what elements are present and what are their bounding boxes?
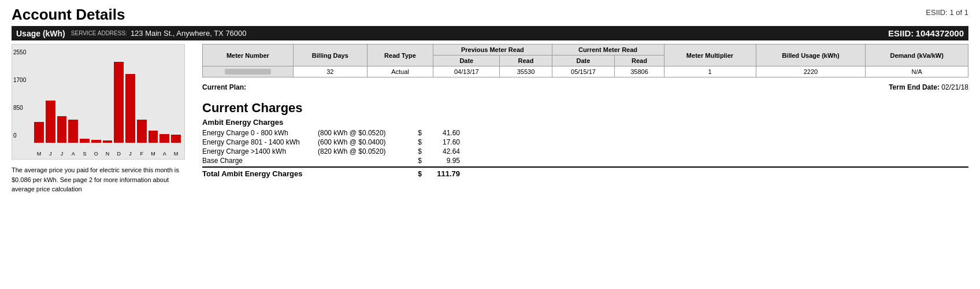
- chart-bar: [91, 140, 101, 143]
- col-demand: Demand (kVa/kW): [866, 45, 968, 66]
- left-panel: 2550 1700 850 0 MJJASONDJFMAM The averag…: [12, 44, 191, 194]
- chart-bar: [149, 131, 158, 143]
- charge-dollar: $: [410, 157, 422, 165]
- charge-dollar: $: [410, 147, 422, 155]
- cell-billing-days: 32: [293, 66, 367, 77]
- chart-bar: [46, 101, 55, 143]
- y-label-1: 2550: [13, 49, 26, 55]
- col-prev-read: Read: [500, 55, 552, 66]
- chart-x-label: O: [91, 151, 101, 157]
- cell-demand: N/A: [866, 66, 968, 77]
- chart-x-label: A: [68, 151, 78, 157]
- col-curr-meter-read: Current Meter Read: [552, 45, 664, 55]
- chart-x-label: J: [57, 151, 67, 157]
- col-curr-date: Date: [552, 55, 615, 66]
- chart-x-label: M: [149, 151, 158, 157]
- service-address-label: SERVICE ADDRESS:: [71, 30, 127, 36]
- cell-meter-number: [203, 66, 294, 77]
- chart-bars: [34, 50, 181, 143]
- total-row: Total Ambit Energy Charges $ 111.79: [202, 166, 968, 178]
- term-end-label: Term End Date:: [889, 83, 940, 91]
- current-charges-section: Current Charges Ambit Energy Charges Ene…: [202, 101, 968, 178]
- cell-curr-date: 05/15/17: [552, 66, 615, 77]
- col-prev-meter-read: Previous Meter Read: [433, 45, 552, 55]
- chart-bar: [137, 120, 147, 143]
- service-address: 123 Main St., Anywhere, TX 76000: [131, 29, 247, 38]
- charge-dollar: $: [410, 138, 422, 146]
- meter-table: Meter Number Billing Days Read Type Prev…: [202, 44, 968, 77]
- plan-row: Current Plan: Term End Date: 02/21/18: [202, 83, 968, 91]
- total-amount: 111.79: [425, 169, 460, 178]
- chart-bar: [103, 140, 113, 143]
- charge-desc: Energy Charge 0 - 800 kWh: [202, 129, 318, 137]
- chart-x-label: S: [80, 151, 90, 157]
- charge-amount: 9.95: [425, 157, 460, 165]
- col-billing-days: Billing Days: [293, 45, 367, 66]
- chart-bar: [114, 62, 124, 143]
- chart-x-label: M: [171, 151, 181, 157]
- charge-row: Energy Charge 0 - 800 kWh (800 kWh @ $0.…: [202, 129, 968, 137]
- usage-chart: 2550 1700 850 0 MJJASONDJFMAM: [12, 44, 185, 160]
- chart-y-axis: 2550 1700 850 0: [13, 49, 26, 139]
- y-label-2: 1700: [13, 77, 26, 83]
- charge-row: Energy Charge 801 - 1400 kWh (600 kWh @ …: [202, 138, 968, 146]
- esiid-bar-label: ESIID:: [888, 28, 914, 38]
- chart-x-label: N: [103, 151, 113, 157]
- chart-bar: [159, 134, 169, 143]
- y-label-4: 0: [13, 132, 26, 139]
- esiid-top: ESIID: 1 of 1: [926, 6, 968, 17]
- cell-billed-usage: 2220: [756, 66, 866, 77]
- current-plan: Current Plan:: [202, 83, 246, 91]
- charge-qty: (600 kWh @ $0.0400): [318, 138, 410, 146]
- esiid-bar-value: 1044372000: [916, 28, 964, 38]
- charge-qty: (800 kWh @ $0.0520): [318, 129, 410, 137]
- cell-prev-date: 04/13/17: [433, 66, 500, 77]
- charge-amount: 42.64: [425, 147, 460, 155]
- col-billed-usage: Billed Usage (kWh): [756, 45, 866, 66]
- col-prev-date: Date: [433, 55, 500, 66]
- service-bar: Usage (kWh) SERVICE ADDRESS: 123 Main St…: [12, 26, 968, 40]
- col-meter-multiplier: Meter Multiplier: [664, 45, 756, 66]
- cell-curr-read: 35806: [615, 66, 664, 77]
- charge-qty: (820 kWh @ $0.0520): [318, 147, 410, 155]
- charges-list: Energy Charge 0 - 800 kWh (800 kWh @ $0.…: [202, 129, 968, 165]
- charge-dollar: $: [410, 129, 422, 137]
- charge-amount: 17.60: [425, 138, 460, 146]
- chart-bar: [125, 74, 135, 143]
- col-curr-read: Read: [615, 55, 664, 66]
- charge-row: Base Charge $ 9.95: [202, 157, 968, 165]
- charges-group-title: Ambit Energy Charges: [202, 118, 968, 127]
- cell-meter-multiplier: 1: [664, 66, 756, 77]
- table-row: 32 Actual 04/13/17 35530 05/15/17 35806 …: [203, 66, 968, 77]
- total-dollar: $: [410, 170, 422, 178]
- esiid-bar: ESIID: 1044372000: [888, 28, 964, 38]
- charge-amount: 41.60: [425, 129, 460, 137]
- page-title: Account Details: [12, 6, 125, 24]
- current-charges-title: Current Charges: [202, 101, 968, 116]
- chart-x-label: F: [137, 151, 147, 157]
- charge-desc: Energy Charge 801 - 1400 kWh: [202, 138, 318, 146]
- chart-bar: [68, 120, 78, 143]
- right-panel: Meter Number Billing Days Read Type Prev…: [202, 44, 968, 194]
- usage-label: Usage (kWh): [16, 29, 65, 38]
- y-label-3: 850: [13, 105, 26, 111]
- term-end-value: 02/21/18: [941, 83, 968, 91]
- chart-x-label: J: [46, 151, 55, 157]
- term-end: Term End Date: 02/21/18: [889, 83, 968, 91]
- chart-x-label: J: [125, 151, 135, 157]
- charge-desc: Base Charge: [202, 157, 318, 165]
- chart-x-label: D: [114, 151, 124, 157]
- col-read-type: Read Type: [367, 45, 433, 66]
- avg-price-text: The average price you paid for electric …: [12, 165, 185, 194]
- chart-bar: [171, 135, 181, 143]
- cell-prev-read: 35530: [500, 66, 552, 77]
- chart-bar: [34, 122, 44, 143]
- chart-x-axis: MJJASONDJFMAM: [34, 151, 181, 157]
- chart-x-label: A: [159, 151, 169, 157]
- charge-row: Energy Charge >1400 kWh (820 kWh @ $0.05…: [202, 147, 968, 155]
- cell-read-type: Actual: [367, 66, 433, 77]
- chart-x-label: M: [34, 151, 44, 157]
- charge-desc: Energy Charge >1400 kWh: [202, 147, 318, 155]
- col-meter-number: Meter Number: [203, 45, 294, 66]
- total-label: Total Ambit Energy Charges: [202, 169, 410, 178]
